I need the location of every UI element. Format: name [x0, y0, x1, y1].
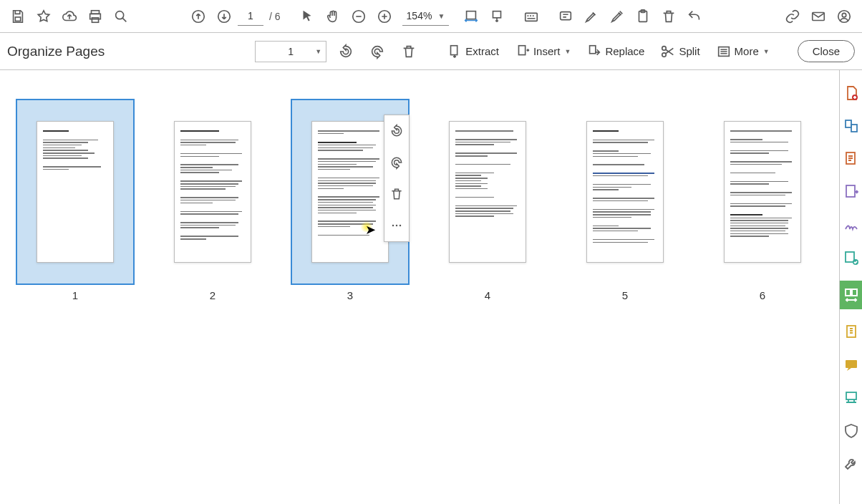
delete-page-button[interactable]: [397, 39, 421, 64]
svg-rect-36: [847, 326, 856, 337]
save-button[interactable]: [6, 4, 30, 29]
top-toolbar: / 6 154% ▼: [0, 0, 862, 33]
side-compress-button[interactable]: [841, 322, 861, 342]
svg-point-25: [396, 225, 398, 227]
svg-rect-3: [92, 17, 98, 21]
signature-icon: [843, 216, 860, 233]
page-preview: [586, 121, 664, 263]
thumbnail-actions-strip: [384, 115, 410, 242]
typewriter-button[interactable]: [519, 4, 543, 29]
fit-page-button[interactable]: [485, 4, 509, 29]
zoom-in-button[interactable]: [372, 4, 397, 29]
save-icon: [10, 9, 26, 24]
upload-button[interactable]: [57, 4, 82, 29]
replace-button[interactable]: Replace: [582, 39, 649, 64]
side-edit-pdf-button[interactable]: [841, 149, 861, 169]
undo-button[interactable]: [682, 4, 707, 29]
rotate-ccw-button[interactable]: [334, 39, 358, 64]
thumbnail-grid: 1: [0, 70, 839, 504]
select-tool-button[interactable]: [295, 4, 319, 29]
svg-rect-32: [846, 252, 854, 262]
page-thumbnail-5[interactable]: 5: [557, 99, 693, 475]
thumb-rotate-cw-button[interactable]: [384, 147, 410, 178]
svg-rect-18: [451, 45, 457, 54]
split-button[interactable]: Split: [656, 39, 704, 64]
share-email-button[interactable]: [806, 4, 830, 29]
bookmark-button[interactable]: [32, 4, 56, 29]
extract-label: Extract: [465, 45, 499, 57]
page-number-input[interactable]: [238, 7, 263, 26]
clipboard-icon: [635, 9, 651, 24]
svg-point-22: [662, 52, 667, 57]
hand-tool-button[interactable]: [321, 4, 345, 29]
split-label: Split: [679, 45, 699, 57]
page-number-label: 1: [72, 289, 78, 301]
thumb-rotate-ccw-button[interactable]: [384, 115, 410, 147]
thumb-more-button[interactable]: [384, 210, 410, 241]
printer-icon: [87, 9, 103, 24]
sticky-note-button[interactable]: [553, 4, 578, 29]
fit-width-button[interactable]: [459, 4, 483, 29]
side-scan-button[interactable]: [841, 388, 861, 408]
page-range-value: 1: [288, 46, 294, 57]
rotate-cw-button[interactable]: [365, 39, 389, 64]
eraser-button[interactable]: [605, 4, 629, 29]
insert-button[interactable]: Insert ▼: [510, 39, 575, 64]
insert-label: Insert: [533, 45, 561, 57]
link-button[interactable]: [780, 4, 805, 29]
page-thumbnail-3[interactable]: ➤ 3: [282, 99, 418, 475]
zoom-dropdown[interactable]: 154% ▼: [402, 7, 450, 26]
page-thumbnail-4[interactable]: 4: [420, 99, 556, 475]
side-send-sign-button[interactable]: [841, 248, 861, 268]
page-thumbnail-1[interactable]: 1: [7, 99, 143, 475]
clipboard-button[interactable]: [631, 4, 655, 29]
side-export-button[interactable]: [841, 182, 861, 202]
close-button[interactable]: Close: [798, 40, 855, 62]
wrench-icon: [843, 455, 860, 472]
page-thumbnail-6[interactable]: 6: [694, 99, 830, 475]
zoom-out-button[interactable]: [347, 4, 371, 29]
eraser-icon: [609, 9, 625, 24]
account-button[interactable]: [832, 4, 856, 29]
print-button[interactable]: [83, 4, 107, 29]
side-tools-rail: [839, 70, 862, 504]
rotate-cw-icon: [389, 155, 404, 170]
side-comment-button[interactable]: [841, 355, 861, 375]
next-page-button[interactable]: [212, 4, 236, 29]
scan-icon: [843, 389, 860, 407]
side-sign-button[interactable]: [841, 215, 861, 235]
side-organize-pages-button[interactable]: [840, 281, 863, 309]
page-preview: ➤: [311, 121, 389, 263]
rotate-cw-icon: [369, 44, 385, 59]
dots-icon: [389, 218, 404, 233]
highlight-button[interactable]: [579, 4, 604, 29]
combine-icon: [843, 117, 860, 135]
side-create-pdf-button[interactable]: [841, 83, 861, 103]
extract-button[interactable]: Extract: [442, 39, 503, 64]
arrow-down-circle-icon: [216, 9, 232, 24]
side-more-tools-button[interactable]: [841, 454, 861, 474]
page-range-select[interactable]: 1 ▼: [255, 41, 326, 62]
delete-button[interactable]: [657, 4, 681, 29]
export-icon: [843, 183, 860, 200]
side-protect-button[interactable]: [841, 421, 861, 441]
svg-rect-12: [561, 11, 571, 19]
thumb-delete-button[interactable]: [384, 178, 410, 210]
rotate-ccw-icon: [389, 124, 404, 138]
svg-point-24: [392, 225, 394, 227]
trash-icon: [401, 44, 417, 59]
page-total-label: / 6: [269, 11, 281, 22]
search-icon: [113, 9, 129, 24]
side-combine-button[interactable]: [841, 116, 861, 136]
hand-icon: [325, 9, 341, 24]
arrow-up-circle-icon: [190, 9, 206, 24]
page-thumbnail-2[interactable]: 2: [145, 99, 281, 475]
star-icon: [36, 9, 52, 24]
page-number-label: 2: [210, 289, 216, 301]
more-button[interactable]: More ▼: [712, 39, 774, 64]
chevron-down-icon: ▼: [315, 48, 321, 55]
fit-page-icon: [489, 9, 505, 24]
pointer-icon: [299, 9, 315, 24]
search-button[interactable]: [109, 4, 133, 29]
prev-page-button[interactable]: [186, 4, 210, 29]
